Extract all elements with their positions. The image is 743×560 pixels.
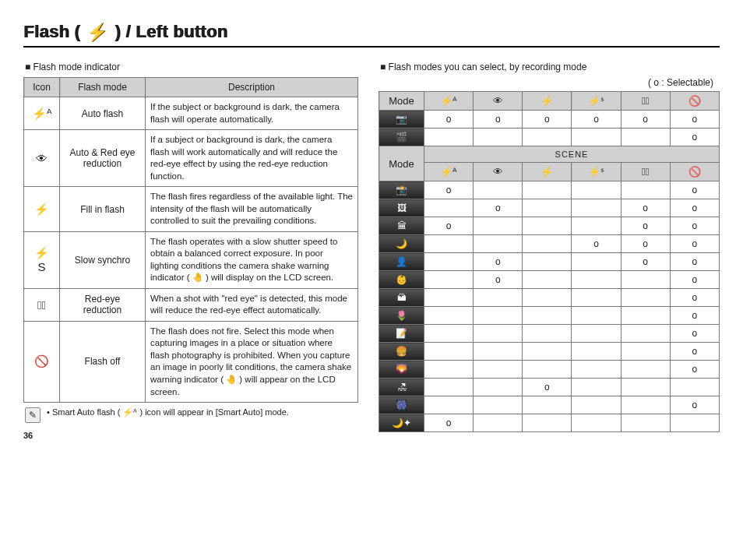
cell: o (474, 271, 523, 289)
cell (572, 414, 621, 432)
cell: o (670, 289, 719, 307)
th-flash-icon: 👁⃠ (621, 92, 670, 111)
row-desc: If a subject or background is dark, the … (146, 130, 358, 187)
th-flash-icon: 👁 (474, 92, 523, 111)
title-text-b: ) / Left button (114, 22, 227, 41)
row-icon: ⚡ S (24, 231, 60, 288)
cell (523, 271, 572, 289)
table-row: 🍔o (379, 343, 720, 361)
mode-icon: 🌙 (379, 235, 424, 253)
row-icon: 🚫 (24, 321, 60, 402)
table-row: 🏛ooo (379, 217, 720, 235)
note-icon: ✎ (25, 407, 40, 423)
cell (621, 396, 670, 414)
cell (523, 414, 572, 432)
cell: o (572, 111, 621, 129)
cell (621, 325, 670, 343)
cell (572, 396, 621, 414)
cell (474, 289, 523, 307)
cell (474, 181, 523, 199)
cell (523, 307, 572, 325)
cell (621, 414, 670, 432)
row-desc: If the subject or background is dark, th… (146, 97, 358, 130)
cell (424, 235, 474, 253)
cell (670, 414, 719, 432)
cell: o (572, 235, 621, 253)
cell (621, 307, 670, 325)
table-row: ⚡ SSlow synchroThe flash operates with a… (24, 231, 358, 288)
cell (621, 271, 670, 289)
cell (572, 129, 621, 146)
cell (572, 289, 621, 307)
cell (523, 289, 572, 307)
cell: o (621, 199, 670, 217)
cell: o (670, 307, 719, 325)
cell (474, 361, 523, 379)
cell (474, 396, 523, 414)
mode-icon: 🎬 (379, 129, 424, 146)
cell (474, 325, 523, 343)
page-number: 36 (23, 431, 358, 440)
cell: o (670, 253, 719, 271)
table-row: 👤ooo (379, 253, 720, 271)
table-row: 🌷o (379, 307, 720, 325)
cell (523, 199, 572, 217)
table-row: 👶oo (379, 271, 720, 289)
th-flash-icon: ⚡ (523, 163, 572, 181)
row-mode: Flash off (60, 321, 146, 402)
table-row: 📝o (379, 325, 720, 343)
cell (424, 129, 474, 146)
cell (523, 181, 572, 199)
cell (523, 253, 572, 271)
cell: o (424, 181, 474, 199)
cell: o (621, 111, 670, 129)
cell (424, 199, 474, 217)
title-rule (23, 46, 720, 48)
table-row: 📷oooooo (379, 111, 720, 129)
table-row: 🖼ooo (379, 199, 720, 217)
cell: o (670, 271, 719, 289)
row-mode: Auto & Red eye reduction (60, 130, 146, 187)
cell (424, 379, 474, 396)
row-desc: The flash fires regardless of the availa… (146, 187, 358, 232)
scene-header: SCENE (424, 146, 720, 163)
cell (424, 343, 474, 361)
footnote: ✎ • Smart Auto flash ( ⚡ᴬ ) icon will ap… (25, 407, 358, 423)
title-text-a: Flash ( (23, 22, 80, 41)
mode-icon: 🏛 (379, 217, 424, 235)
table-row: 🌄o (379, 361, 720, 379)
cell (523, 361, 572, 379)
selectable-table: Mode⚡ᴬ👁⚡⚡ˢ👁⃠🚫📷oooooo🎬oModeSCENE⚡ᴬ👁⚡⚡ˢ👁⃠🚫… (379, 91, 720, 432)
th-mode: Mode (379, 146, 424, 181)
cell (424, 289, 474, 307)
th-flash-icon: ⚡ᴬ (424, 92, 474, 111)
cell (621, 343, 670, 361)
th-flash-icon: 🚫 (670, 163, 719, 181)
right-heading: Flash modes you can select, by recording… (380, 62, 720, 72)
mode-icon: 🏖 (379, 379, 424, 396)
row-mode: Slow synchro (60, 231, 146, 288)
cell (572, 217, 621, 235)
table-row: 🌙ooo (379, 235, 720, 253)
cell: o (621, 253, 670, 271)
cell (523, 129, 572, 146)
note-text: • Smart Auto flash ( ⚡ᴬ ) icon will appe… (47, 407, 289, 423)
table-row: 🏔o (379, 289, 720, 307)
table-row: ⚡Fill in flashThe flash fires regardless… (24, 187, 358, 232)
th-flash-icon: 👁 (474, 163, 523, 181)
th-flash-icon: ⚡ᴬ (424, 163, 474, 181)
table-row: ⚡ᴬAuto flashIf the subject or background… (24, 97, 358, 130)
cell (523, 217, 572, 235)
cell: o (670, 396, 719, 414)
mode-icon: 🖼 (379, 199, 424, 217)
th-icon: Icon (24, 78, 60, 97)
cell: o (474, 253, 523, 271)
cell (572, 253, 621, 271)
cell (572, 343, 621, 361)
cell: o (523, 379, 572, 396)
row-icon: 👁⃠ (24, 288, 60, 321)
cell: o (621, 235, 670, 253)
th-flash-icon: ⚡ˢ (572, 163, 621, 181)
mode-icon: 🌷 (379, 307, 424, 325)
row-mode: Fill in flash (60, 187, 146, 232)
